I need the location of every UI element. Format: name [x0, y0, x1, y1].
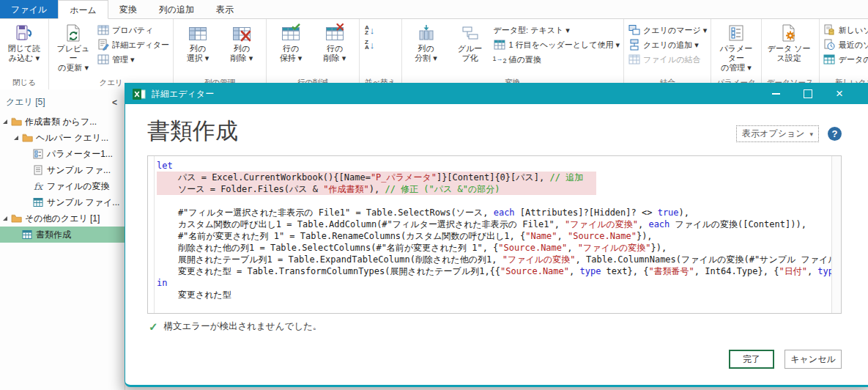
keep-rows-icon: [281, 23, 300, 43]
data-type-label: データ型: テキスト ▾: [494, 25, 570, 36]
minimize-icon[interactable]: [772, 93, 780, 95]
query-item-label: 作成書類 からフ...: [25, 116, 97, 128]
data-source-settings-button[interactable]: データ ソー ス設定: [765, 20, 813, 63]
help-icon[interactable]: ?: [828, 127, 842, 141]
replace-values-icon: 1→2: [494, 54, 506, 66]
check-icon: ✓: [149, 322, 158, 332]
tab-file[interactable]: ファイル: [0, 0, 58, 18]
sort-ascending-button[interactable]: AZ↓: [363, 23, 379, 37]
advanced-editor-dialog: 詳細エディター × 書類作成 表示オプション ▾ ? let パス =: [125, 83, 868, 387]
expand-icon[interactable]: [3, 216, 7, 221]
manage-icon: [97, 54, 109, 66]
sort-descending-button[interactable]: ZA↓: [363, 38, 379, 51]
advanced-editor-label: 詳細エディター: [112, 40, 169, 51]
table-icon: [21, 229, 33, 240]
refresh-preview-label: プレビュー の更新 ▾: [55, 44, 92, 73]
new-source-button[interactable]: 新しいソース ▾: [823, 23, 868, 37]
keep-rows-button[interactable]: 行の 保持 ▾: [270, 20, 311, 63]
query-item-label: 書類作成: [36, 229, 71, 241]
group-by-icon: [461, 23, 480, 43]
expand-icon[interactable]: [14, 136, 18, 140]
query-group-other-queries[interactable]: その他のクエリ [1]: [0, 210, 125, 227]
query-item-label: サンプル ファイ...: [47, 196, 119, 209]
combine-files-button[interactable]: ファイルの結合: [628, 53, 707, 66]
ribbon-group-manage-columns: 列の 選択 ▾列の 削除 ▾列の管理: [174, 19, 267, 89]
query-tree: 作成書類 からフ...ヘルパー クエリ...パラメーター1...サンプル ファ.…: [0, 114, 125, 243]
close-and-load-button[interactable]: 閉じて読 み込む ▾: [4, 20, 45, 63]
group-by-button[interactable]: グルー プ化: [450, 20, 491, 63]
maximize-icon[interactable]: [804, 89, 812, 98]
query-name-heading: 書類作成: [147, 117, 238, 145]
folder-icon: [21, 133, 33, 142]
queries-pane-title: クエリ [5]: [6, 96, 45, 108]
advanced-editor-button[interactable]: 詳細エディター: [97, 38, 169, 51]
manage-parameters-button[interactable]: パラメーター の管理 ▾: [715, 20, 757, 73]
close-and-load-label: 閉じて読 み込む ▾: [8, 44, 41, 63]
cancel-button[interactable]: キャンセル: [784, 350, 842, 369]
sort-ascending-icon: AZ↓: [363, 24, 376, 37]
recent-sources-button[interactable]: 最近のソース ▾: [823, 38, 868, 51]
ribbon-tabs: ファイルホーム変換列の追加表示: [0, 0, 868, 19]
code-line: 展開されたテーブル列1 = Table.ExpandTableColumn(削除…: [157, 254, 831, 265]
combine-files-label: ファイルの結合: [643, 54, 700, 65]
use-first-row-as-headers-button[interactable]: 1 行目をヘッダーとして使用 ▾: [494, 38, 620, 51]
display-options-dropdown[interactable]: 表示オプション ▾: [736, 125, 819, 142]
merge-queries-button[interactable]: クエリのマージ ▾: [628, 23, 707, 37]
query-item-transform-file[interactable]: fxファイルの変換: [0, 178, 125, 194]
advanced-editor-icon: [97, 39, 109, 51]
query-item-label: ヘルパー クエリ...: [36, 132, 108, 144]
combine-files-icon: [628, 54, 640, 66]
tab-transform[interactable]: 変換: [108, 0, 148, 18]
ribbon-body: 閉じて読 み込む ▾閉じるプレビュー の更新 ▾プロパティ詳細エディター管理 ▾…: [0, 19, 868, 89]
fx-icon: fx: [32, 181, 44, 192]
append-queries-button[interactable]: クエリの追加 ▾: [628, 38, 707, 51]
query-item-sample-file-table[interactable]: サンプル ファイ...: [0, 194, 125, 210]
manage-label: 管理 ▾: [112, 54, 135, 65]
done-button[interactable]: 完了: [729, 350, 774, 369]
refresh-preview-button[interactable]: プレビュー の更新 ▾: [53, 20, 94, 73]
queries-pane: クエリ [5] < 作成書類 からフ...ヘルパー クエリ...パラメーター1.…: [0, 89, 125, 390]
ribbon-group-reduce-rows: 行の 保持 ▾行の 削除 ▾行の削減: [267, 19, 360, 89]
ribbon: ファイルホーム変換列の追加表示 閉じて読 み込む ▾閉じるプレビュー の更新 ▾…: [0, 0, 868, 89]
query-group-created-documents[interactable]: 作成書類 からフ...: [0, 114, 125, 130]
append-queries-icon: [628, 39, 640, 51]
code-line: 削除された他の列1 = Table.SelectColumns(#"名前が変更さ…: [157, 242, 831, 254]
choose-columns-label: 列の 選択 ▾: [187, 44, 209, 63]
parameter-icon: [32, 149, 44, 159]
query-item-parameter1[interactable]: パラメーター1...: [0, 146, 125, 162]
code-line: 変更された型 = Table.TransformColumnTypes(展開され…: [157, 265, 831, 277]
split-column-button[interactable]: 列の 分割 ▾: [406, 20, 447, 63]
query-item-label: ファイルの変換: [47, 180, 109, 193]
tab-view[interactable]: 表示: [205, 0, 245, 18]
manage-button[interactable]: 管理 ▾: [97, 53, 169, 66]
new-source-icon: [823, 24, 836, 37]
replace-values-button[interactable]: 1→2値の置換: [494, 53, 620, 66]
remove-columns-label: 列の 削除 ▾: [231, 44, 253, 63]
choose-columns-button[interactable]: 列の 選択 ▾: [177, 20, 218, 63]
remove-rows-label: 行の 削除 ▾: [324, 44, 346, 63]
choose-columns-icon: [188, 23, 207, 43]
vertical-scrollbar[interactable]: [831, 156, 841, 313]
manage-parameters-label: パラメーター の管理 ▾: [717, 44, 754, 73]
remove-columns-button[interactable]: 列の 削除 ▾: [221, 20, 262, 63]
code-line: in: [157, 277, 831, 289]
query-item-sample-file[interactable]: サンプル ファ...: [0, 162, 125, 178]
remove-rows-button[interactable]: 行の 削除 ▾: [314, 20, 355, 63]
tab-add-column[interactable]: 列の追加: [148, 0, 205, 18]
query-item-document-creation[interactable]: 書類作成: [0, 227, 125, 243]
syntax-status-text: 構文エラーが検出されませんでした。: [164, 320, 322, 333]
properties-button[interactable]: プロパティ: [97, 23, 169, 37]
data-source-settings-icon: [779, 23, 798, 43]
code-editor[interactable]: let パス = Excel.CurrentWorkbook(){[Name="…: [147, 155, 842, 314]
sort-descending-icon: ZA↓: [363, 39, 376, 51]
data-type-button[interactable]: データ型: テキスト ▾: [494, 23, 620, 37]
ribbon-group-parameters: パラメーター の管理 ▾パラメータ: [711, 19, 761, 89]
expand-icon[interactable]: [3, 119, 7, 124]
enter-data-button[interactable]: データの入力: [823, 53, 868, 66]
document-icon: [32, 165, 44, 175]
collapse-pane-icon[interactable]: <: [112, 98, 117, 108]
query-group-helper-queries[interactable]: ヘルパー クエリ...: [0, 130, 125, 146]
use-first-row-as-headers-icon: [494, 39, 506, 51]
close-icon[interactable]: ×: [836, 90, 843, 98]
tab-home[interactable]: ホーム: [58, 0, 108, 19]
